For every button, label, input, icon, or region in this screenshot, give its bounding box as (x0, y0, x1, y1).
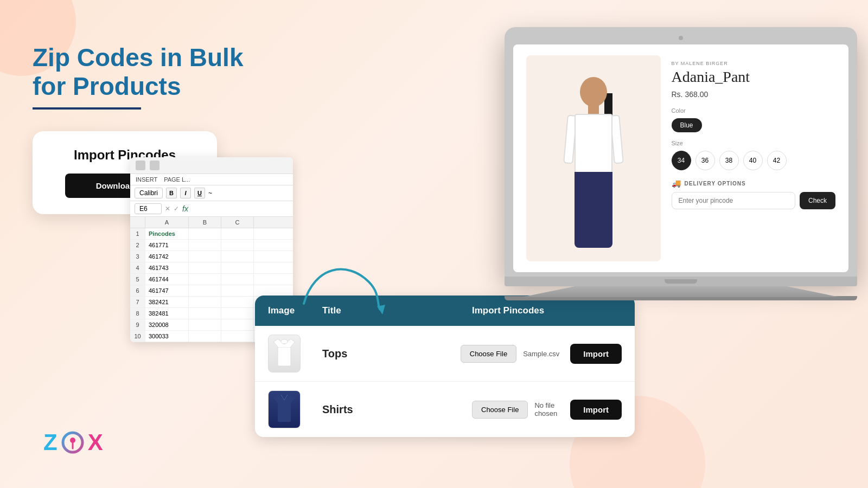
cell-10c[interactable] (221, 331, 254, 342)
cell-7c[interactable] (221, 297, 254, 307)
excel-column-headers: A B C (130, 217, 293, 228)
size-btn-40[interactable]: 40 (743, 151, 763, 170)
product-title-tops: Tops (322, 348, 461, 360)
cell-9c[interactable] (221, 319, 254, 330)
ribbon-page-layout[interactable]: PAGE L... (164, 176, 190, 183)
laptop-screen: BY MALENE BIRGER Adania_Pant Rs. 368.00 … (513, 44, 848, 272)
formula-check[interactable]: ✓ (174, 205, 179, 213)
underline-btn[interactable]: U (194, 188, 205, 198)
product-info-area: BY MALENE BIRGER Adania_Pant Rs. 368.00 … (672, 55, 836, 261)
logo-z: Z (43, 429, 58, 455)
row-num-4: 4 (130, 262, 145, 273)
cell-1c[interactable] (221, 228, 254, 239)
cell-6b[interactable] (189, 285, 221, 296)
excel-row-5: 5 461744 (130, 274, 293, 285)
cell-5a[interactable]: 461744 (145, 274, 189, 285)
cell-6a[interactable]: 461747 (145, 285, 189, 296)
size-btn-36[interactable]: 36 (695, 151, 715, 170)
delivery-header: 🚚 DELIVERY OPTIONS (672, 179, 836, 188)
delivery-truck-icon: 🚚 (672, 179, 681, 188)
cell-3b[interactable] (189, 251, 221, 262)
cell-4a[interactable]: 461743 (145, 262, 189, 273)
product-image-area (526, 55, 661, 261)
cell-5c[interactable] (221, 274, 254, 285)
file-input-tops: Choose File Sample.csv Import (461, 344, 622, 364)
svg-rect-1 (278, 347, 291, 366)
size-options: 34 36 38 40 42 (672, 151, 836, 170)
page-title: Zip Codes in Bulk for Products (33, 43, 260, 101)
cell-2c[interactable] (221, 240, 254, 251)
check-button[interactable]: Check (800, 192, 835, 209)
model-neck (588, 104, 599, 115)
zox-logo: Z X (43, 429, 103, 455)
excel-row-2: 2 461771 (130, 240, 293, 251)
col-header-b: B (189, 217, 221, 228)
italic-btn[interactable]: I (180, 188, 191, 198)
formula-cross[interactable]: ✕ (165, 205, 170, 213)
excel-toolbar-icon1[interactable] (136, 160, 145, 170)
cell-7b[interactable] (189, 297, 221, 307)
font-name[interactable]: Calibri (135, 188, 163, 198)
choose-file-btn-shirts[interactable]: Choose File (472, 401, 528, 419)
cell-ref[interactable]: E6 (135, 203, 162, 214)
excel-format-bar: Calibri B I U ~ (130, 185, 293, 201)
delivery-input-row: Check (672, 192, 836, 209)
cell-8b[interactable] (189, 308, 221, 319)
cell-6c[interactable] (221, 285, 254, 296)
swirl-arrow-decoration (293, 255, 391, 322)
laptop-screen-inner: BY MALENE BIRGER Adania_Pant Rs. 368.00 … (513, 44, 848, 272)
laptop-outer: BY MALENE BIRGER Adania_Pant Rs. 368.00 … (505, 27, 857, 277)
import-btn-tops[interactable]: Import (570, 344, 622, 364)
laptop-container: BY MALENE BIRGER Adania_Pant Rs. 368.00 … (505, 27, 857, 300)
model-head (580, 77, 607, 107)
cell-2b[interactable] (189, 240, 221, 251)
cell-4b[interactable] (189, 262, 221, 273)
cell-4c[interactable] (221, 262, 254, 273)
svg-rect-3 (278, 403, 291, 422)
cell-7a[interactable]: 382421 (145, 297, 189, 307)
choose-file-btn-tops[interactable]: Choose File (461, 345, 516, 363)
table-row-tops: Tops Choose File Sample.csv Import (255, 326, 635, 382)
cell-2a[interactable]: 461771 (145, 240, 189, 251)
product-price: Rs. 368.00 (672, 90, 836, 99)
row-num-7: 7 (130, 297, 145, 307)
import-btn-shirts[interactable]: Import (570, 400, 622, 420)
delivery-label: DELIVERY OPTIONS (685, 181, 746, 187)
cell-10b[interactable] (189, 331, 221, 342)
excel-toolbar-icon2[interactable] (150, 160, 159, 170)
cell-1b[interactable] (189, 228, 221, 239)
excel-row-3: 3 461742 (130, 251, 293, 262)
cell-3a[interactable]: 461742 (145, 251, 189, 262)
cell-9b[interactable] (189, 319, 221, 330)
row-num-10: 10 (130, 331, 145, 342)
title-underline (33, 107, 141, 110)
ribbon-insert[interactable]: INSERT (136, 176, 157, 183)
cell-9a[interactable]: 320008 (145, 319, 189, 330)
logo-x: X (88, 429, 103, 455)
size-btn-38[interactable]: 38 (719, 151, 739, 170)
cell-3c[interactable] (221, 251, 254, 262)
pincode-input[interactable] (672, 192, 795, 209)
product-thumb-tops (268, 335, 301, 373)
color-label: Color (672, 107, 836, 114)
row-num-5: 5 (130, 274, 145, 285)
model-figure (561, 77, 626, 240)
col-header-row (130, 217, 145, 228)
laptop-base (505, 277, 857, 286)
laptop-stand (505, 286, 857, 297)
cell-1a[interactable]: Pincodes (145, 228, 189, 239)
cell-8a[interactable]: 382481 (145, 308, 189, 319)
cell-10a[interactable]: 300033 (145, 331, 189, 342)
cell-8c[interactable] (221, 308, 254, 319)
model-torso (575, 114, 612, 174)
excel-toolbar (130, 157, 293, 174)
cell-5b[interactable] (189, 274, 221, 285)
table-header-import: Import Pincodes (472, 305, 622, 316)
size-label: Size (672, 140, 836, 146)
laptop-camera (679, 36, 683, 40)
color-blue-btn[interactable]: Blue (672, 118, 702, 132)
bold-btn[interactable]: B (166, 188, 177, 198)
size-btn-42[interactable]: 42 (767, 151, 787, 170)
file-name-shirts: No file chosen (534, 401, 559, 418)
size-btn-34[interactable]: 34 (672, 151, 691, 170)
